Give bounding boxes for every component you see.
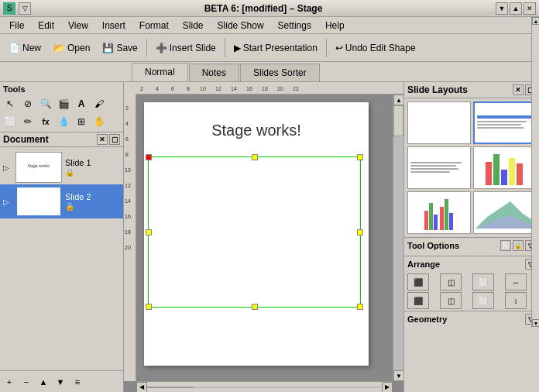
handle-br[interactable] <box>357 304 363 310</box>
handle-bc[interactable] <box>252 304 258 310</box>
layout-multi-bars[interactable] <box>407 191 471 234</box>
tool-zoom[interactable]: 🔍 <box>37 95 54 112</box>
maximize-btn[interactable]: ▲ <box>510 2 522 15</box>
doc-float-btn[interactable]: ▢ <box>109 134 120 145</box>
tool-eraser[interactable]: ⬜ <box>2 113 19 130</box>
undo-edit-shape-button[interactable]: ↩ Undo Edit Shape <box>330 37 421 59</box>
handle-bl[interactable] <box>146 304 152 310</box>
handle-ml[interactable] <box>146 229 152 236</box>
document-title: Document <box>3 134 49 145</box>
tools-bar: Tools ↖ ⊘ 🔍 🎬 A 🖌 ⬜ ✏ fx 💧 ⊞ ✋ <box>0 82 123 132</box>
collapse-btn[interactable]: ▽ <box>19 2 31 15</box>
close-btn[interactable]: ✕ <box>524 2 536 15</box>
slide-number-2: ▷ <box>3 198 12 206</box>
scrollbar-horizontal[interactable]: ◀ ▶ <box>136 381 393 392</box>
handle-tl[interactable] <box>146 154 152 160</box>
scrollbar-vertical[interactable]: ▲ ▼ <box>393 95 403 381</box>
svg-text:22: 22 <box>293 86 299 91</box>
tool-hand[interactable]: ✋ <box>91 113 108 130</box>
ruler-horizontal: 2 4 6 8 10 12 14 16 18 20 22 <box>136 82 403 95</box>
arrange-btn-3[interactable]: ⬜ <box>472 273 494 291</box>
menu-format[interactable]: Format <box>133 19 175 33</box>
slide-thumb-2 <box>15 186 62 217</box>
doc-close-btn[interactable]: ✕ <box>97 134 108 145</box>
move-slide-down-btn[interactable]: ▼ <box>53 374 68 390</box>
scroll-thumb-v[interactable] <box>393 105 403 136</box>
scroll-track-h[interactable] <box>147 387 382 388</box>
new-label: New <box>22 43 41 53</box>
insert-slide-button[interactable]: ➕ Insert Slide <box>150 37 221 59</box>
tab-notes[interactable]: Notes <box>189 64 239 81</box>
right-scroll-up[interactable]: ▲ <box>532 17 539 25</box>
right-scroll-down[interactable]: ▼ <box>532 319 539 327</box>
scroll-track-v[interactable] <box>393 105 403 370</box>
scroll-down-btn[interactable]: ▼ <box>393 370 403 381</box>
menu-help[interactable]: Help <box>319 19 351 33</box>
tool-pencil[interactable]: ✏ <box>19 113 36 130</box>
layout-mountain[interactable] <box>473 191 537 234</box>
tool-dropper[interactable]: 💧 <box>55 113 72 130</box>
slide-options-btn[interactable]: ≡ <box>70 374 85 390</box>
hscroll-end <box>393 381 403 392</box>
menu-view[interactable]: View <box>62 19 94 33</box>
slide-item-1[interactable]: ▷ Stage works! Slide 1 🔒 <box>0 150 123 184</box>
layout-blank[interactable] <box>407 101 471 144</box>
tool-lasso[interactable]: ⊘ <box>19 95 36 112</box>
tool-movie[interactable]: 🎬 <box>55 95 72 112</box>
new-button[interactable]: 📄 New <box>3 37 46 59</box>
arrange-btn-4[interactable]: ↔ <box>505 273 527 291</box>
handle-tc[interactable] <box>252 154 258 160</box>
arrange-btn-2[interactable]: ◫ <box>440 273 462 291</box>
save-icon: 💾 <box>102 43 114 53</box>
arrange-btn-1[interactable]: ⬛ <box>407 273 429 291</box>
selected-rect <box>148 156 361 308</box>
tab-slides-sorter[interactable]: Slides Sorter <box>240 64 320 81</box>
menu-settings[interactable]: Settings <box>272 19 318 33</box>
main-content: Tools ↖ ⊘ 🔍 🎬 A 🖌 ⬜ ✏ fx 💧 ⊞ ✋ Document … <box>0 82 539 392</box>
layout-title-lines[interactable] <box>473 101 537 144</box>
tool-options-icon2[interactable]: 🔒 <box>513 240 524 251</box>
remove-slide-btn[interactable]: − <box>19 374 34 390</box>
open-button[interactable]: 📂 Open <box>48 37 95 59</box>
add-slide-btn[interactable]: + <box>2 374 17 390</box>
menu-edit[interactable]: Edit <box>32 19 60 33</box>
arrange-btn-6[interactable]: ◫ <box>440 292 462 309</box>
minimize-btn[interactable]: ▼ <box>496 2 508 15</box>
tool-options-icon1[interactable]: ⬜ <box>500 240 511 251</box>
scroll-left-btn[interactable]: ◀ <box>136 382 147 393</box>
tool-options-header: Tool Options ⬜ 🔒 ▽ <box>407 240 536 251</box>
menu-file[interactable]: File <box>3 19 30 33</box>
start-presentation-button[interactable]: ▶ Start Presentation <box>228 37 323 59</box>
slide-viewport[interactable]: Stage works! <box>136 95 393 381</box>
handle-mr[interactable] <box>357 229 363 236</box>
menu-insert[interactable]: Insert <box>96 19 132 33</box>
arrange-btn-7[interactable]: ⬜ <box>472 292 494 309</box>
h-scroll-row: ◀ ▶ <box>124 381 403 392</box>
layouts-close-btn[interactable]: ✕ <box>513 84 524 95</box>
svg-text:14: 14 <box>125 198 131 204</box>
tool-fx[interactable]: fx <box>37 113 54 130</box>
layout-bars[interactable] <box>473 146 537 189</box>
move-slide-up-btn[interactable]: ▲ <box>36 374 51 390</box>
arrange-btn-5[interactable]: ⬛ <box>407 292 429 309</box>
scroll-up-btn[interactable]: ▲ <box>393 95 403 105</box>
slide-lock-2: 🔒 <box>65 202 91 211</box>
save-button[interactable]: 💾 Save <box>97 37 142 59</box>
menu-slide[interactable]: Slide <box>177 19 210 33</box>
layout-lines[interactable] <box>407 146 471 189</box>
slide-item-2[interactable]: ▷ Slide 2 🔒 <box>0 184 123 218</box>
arrange-btn-8[interactable]: ↕ <box>505 292 527 309</box>
menu-slideshow[interactable]: Slide Show <box>211 19 270 33</box>
menubar: File Edit View Insert Format Slide Slide… <box>0 17 539 34</box>
handle-tr[interactable] <box>357 154 363 160</box>
tool-arrow[interactable]: ↖ <box>2 95 19 112</box>
document-header: Document ✕ ▢ <box>0 132 123 147</box>
svg-text:6: 6 <box>125 136 129 142</box>
scroll-right-btn[interactable]: ▶ <box>382 382 393 393</box>
tab-normal[interactable]: Normal <box>132 63 188 81</box>
scroll-thumb-h[interactable] <box>147 387 194 388</box>
tool-text[interactable]: A <box>73 95 90 112</box>
tool-paint[interactable]: 🖌 <box>91 95 108 112</box>
titlebar-left: S ▽ <box>3 2 31 15</box>
tool-grid[interactable]: ⊞ <box>73 113 90 130</box>
